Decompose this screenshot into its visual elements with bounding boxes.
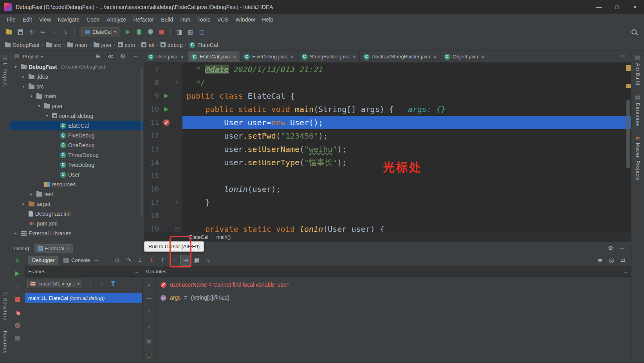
pin-panel-icon[interactable]: →	[623, 269, 628, 275]
open-file-icon[interactable]	[4, 27, 14, 37]
synchronize-icon[interactable]: ↻	[27, 27, 37, 37]
fold-marker[interactable]: ∧	[172, 196, 181, 209]
tree-item-threedebug[interactable]: CThreeDebug	[10, 150, 144, 160]
breadcrumb-main[interactable]: main	[67, 42, 87, 48]
save-all-icon[interactable]	[15, 27, 25, 37]
project-scrollbar[interactable]	[141, 68, 143, 217]
expand-arrow-icon[interactable]: ▾	[36, 104, 42, 108]
tree-item-user[interactable]: CUser	[10, 170, 144, 179]
run-config-combo[interactable]: ElateCal ▾	[81, 27, 119, 37]
close-tab-icon[interactable]: ×	[180, 54, 184, 60]
tabs-list-icon[interactable]: ≡	[618, 52, 628, 62]
project-panel-title[interactable]: Project	[23, 54, 38, 60]
tool-window-button-7-structure[interactable]: 7: Structure	[2, 292, 8, 321]
expand-arrow-icon[interactable]: ▾	[44, 114, 50, 118]
filter-frames-icon[interactable]	[108, 278, 118, 289]
tree-item-resources[interactable]: resources	[10, 179, 144, 189]
tree-item-pom.xml[interactable]: mpom.xml	[10, 219, 144, 228]
window-switch-plugin-icon[interactable]: ◫	[197, 27, 207, 37]
breadcrumb-src[interactable]: src	[46, 42, 61, 48]
thread-selector[interactable]: "main"@1 in gr... ▾	[27, 279, 82, 288]
editor-scrollbar[interactable]	[626, 100, 630, 168]
gutter-marker[interactable]	[161, 169, 172, 182]
tool-window-button-1-project[interactable]: ▤1: Project	[2, 53, 9, 86]
gutter-marker[interactable]	[161, 196, 172, 209]
close-tab-icon[interactable]: ×	[353, 54, 356, 60]
gutter-marker[interactable]: ✓	[161, 116, 172, 129]
tree-item-twodebug[interactable]: CTwoDebug	[10, 160, 144, 170]
expand-arrow-icon[interactable]: ▸	[13, 231, 19, 235]
forward-icon[interactable]: →	[49, 27, 60, 37]
editor-tab-elatecal-java[interactable]: CElateCal.java×	[188, 51, 240, 62]
menu-analyze[interactable]: Analyze	[103, 14, 130, 25]
view-breakpoints-icon[interactable]	[13, 307, 23, 318]
editor-tab-fivedebug-java[interactable]: CFiveDebug.java×	[240, 51, 298, 62]
tool-window-button-database[interactable]: ▤Database	[634, 94, 641, 126]
menu-refactor[interactable]: Refactor	[130, 14, 157, 25]
tool-window-button-maven-projects[interactable]: mMaven Projects	[635, 135, 641, 181]
locate-file-icon[interactable]: ⊕	[93, 51, 103, 61]
collapse-all-icon[interactable]: ≪	[105, 51, 115, 61]
tree-item-test[interactable]: ▸test	[10, 189, 144, 199]
switch-view-icon[interactable]: ⇄	[618, 255, 628, 265]
back-icon[interactable]: ←	[38, 27, 48, 37]
code-line-7[interactable]: 7 * @date 2020/1/13/013 21:21	[144, 63, 631, 76]
fold-marker[interactable]	[172, 103, 181, 116]
close-tab-icon[interactable]: ×	[291, 54, 294, 60]
expand-arrow-icon[interactable]: ▸	[20, 74, 27, 79]
debug-layout-settings-icon[interactable]: ▦	[13, 333, 23, 343]
close-button[interactable]: ×	[626, 0, 644, 14]
step-over-icon[interactable]: ↷	[124, 255, 134, 265]
code-line-17[interactable]: 17∧ }	[144, 196, 631, 209]
menu-file[interactable]: File	[3, 14, 19, 25]
gutter-marker[interactable]	[161, 143, 172, 156]
move-watch-up-icon[interactable]: ↑	[144, 307, 154, 318]
resume-program-icon[interactable]	[13, 269, 23, 279]
coverage-icon[interactable]	[145, 27, 155, 37]
tree-item-external-libraries[interactable]: ▸External Libraries	[10, 228, 144, 238]
code-line-8[interactable]: 8∧ */	[144, 76, 631, 89]
remove-watch-icon[interactable]: —	[144, 293, 154, 303]
gutter-marker[interactable]	[161, 89, 172, 103]
fold-marker[interactable]: ∧	[172, 76, 181, 89]
show-watches-icon[interactable]: ▢	[144, 350, 154, 360]
tree-item-debugfast[interactable]: ▾DebugFastD:\code\DebugFast	[10, 62, 144, 72]
restore-layout-icon[interactable]: ≡	[595, 255, 605, 265]
tree-item-fivedebug[interactable]: CFiveDebug	[10, 130, 144, 140]
stop-icon[interactable]	[157, 27, 167, 37]
duplicate-watch-icon[interactable]: ▣	[144, 336, 154, 346]
tree-item-onedebug[interactable]: COneDebug	[10, 140, 144, 150]
menu-vcs[interactable]: VCS	[214, 14, 232, 25]
step-out-icon[interactable]: ↑	[158, 255, 168, 265]
pause-program-icon[interactable]: ‖	[13, 282, 23, 292]
inspections-plugin-icon[interactable]: ◨	[174, 27, 184, 37]
add-to-watches-icon[interactable]: ↓	[144, 279, 154, 289]
tree-item-.idea[interactable]: ▸.idea	[10, 72, 144, 81]
debug-tab-debugger[interactable]: Debugger	[28, 256, 58, 265]
update-project-icon[interactable]: ↓	[61, 27, 71, 37]
step-into-icon[interactable]: ↓	[135, 255, 145, 265]
gutter-marker[interactable]	[161, 156, 172, 169]
mute-breakpoints-icon[interactable]	[13, 320, 23, 330]
gutter-marker[interactable]	[161, 129, 172, 143]
breadcrumb-member[interactable]: main()	[216, 234, 231, 240]
fold-marker[interactable]	[172, 156, 181, 169]
fold-marker[interactable]	[172, 182, 181, 196]
breadcrumb-java[interactable]: java	[94, 42, 112, 48]
breadcrumb-debugfast[interactable]: DebugFast	[5, 42, 39, 48]
gutter-marker[interactable]	[161, 182, 172, 196]
editor-tab-object-java[interactable]: CObject.java×	[440, 51, 488, 62]
warning-stripe-mark[interactable]	[626, 84, 631, 88]
gutter-marker[interactable]	[161, 76, 172, 89]
code-line-10[interactable]: 10 public static void main(String[] args…	[144, 103, 631, 116]
tree-item-java[interactable]: ▾java	[10, 101, 144, 111]
search-everywhere-icon[interactable]	[630, 27, 640, 37]
pin-panel-icon[interactable]: →	[134, 269, 139, 275]
minimize-button[interactable]: —	[590, 0, 608, 14]
tool-window-button-ant-build[interactable]: ▤Ant Build	[634, 54, 641, 85]
close-tab-icon[interactable]: ×	[481, 54, 484, 60]
tree-item-main[interactable]: ▾main	[10, 91, 144, 101]
tree-item-src[interactable]: ▾src	[10, 81, 144, 91]
code-rules-plugin-icon[interactable]: ▦	[186, 27, 196, 37]
menu-view[interactable]: View	[36, 14, 54, 25]
